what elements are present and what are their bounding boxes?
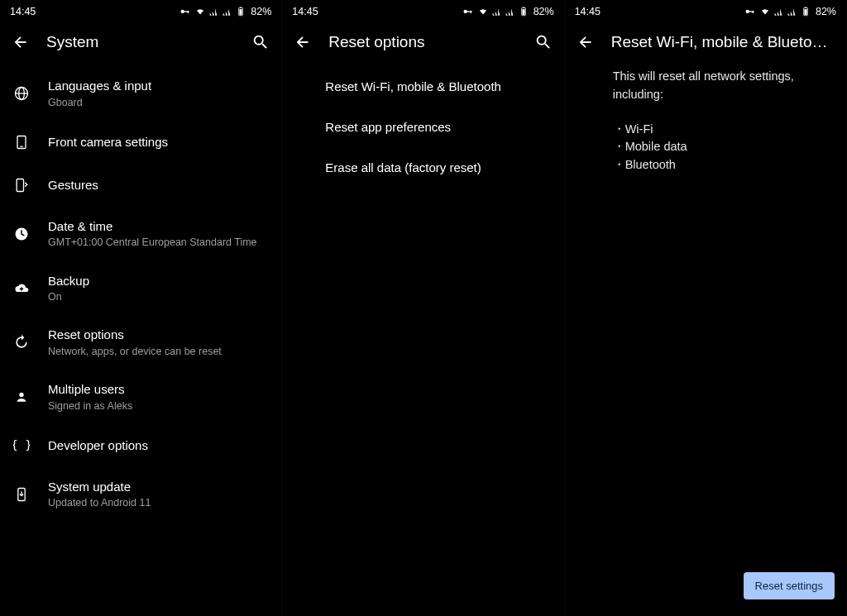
reset-option-reset-app-preferences[interactable]: Reset app preferences (282, 107, 563, 147)
clock-icon (12, 224, 31, 244)
battery-text: 82% (251, 6, 271, 17)
back-button[interactable] (12, 33, 30, 51)
signal-icon (505, 7, 515, 17)
row-title: Developer options (48, 437, 268, 454)
header: Reset Wi-Fi, mobile & Blueto… (565, 23, 846, 63)
pane-reset-network: 14:45 82% Reset Wi-Fi, mobile & Blueto… … (565, 0, 847, 616)
back-button[interactable] (577, 33, 595, 51)
row-subtitle: Gboard (48, 96, 268, 109)
settings-list: Languages & inputGboardFront camera sett… (0, 63, 281, 522)
row-title: Front camera settings (48, 134, 268, 150)
battery-icon (800, 6, 811, 17)
settings-row-gestures[interactable]: Gestures (0, 164, 281, 207)
signal-icon (787, 7, 797, 17)
status-icons: 82% (462, 5, 554, 18)
settings-row-date-time[interactable]: Date & timeGMT+01:00 Central European St… (0, 207, 281, 261)
vpn-key-icon (744, 5, 757, 18)
page-title: Reset options (328, 33, 517, 51)
intro-text: This will reset all network settings, in… (613, 68, 831, 104)
back-button[interactable] (294, 33, 312, 51)
pane-system: 14:45 82% System Languages & inputGboard… (0, 0, 282, 616)
wifi-icon (194, 6, 206, 17)
search-icon (251, 33, 270, 51)
page-title: System (46, 33, 235, 51)
row-title: Languages & input (48, 78, 268, 94)
row-title: System update (48, 479, 268, 495)
search-button[interactable] (534, 33, 553, 51)
battery-text: 82% (816, 6, 836, 17)
settings-row-front-camera-settings[interactable]: Front camera settings (0, 121, 281, 164)
settings-row-reset-options[interactable]: Reset optionsNetwork, apps, or device ca… (0, 315, 281, 370)
swipe-icon (12, 175, 31, 195)
status-time: 14:45 (292, 6, 318, 17)
search-icon (534, 33, 553, 51)
globe-icon (12, 84, 31, 103)
row-title: Multiple users (48, 381, 268, 398)
status-icons: 82% (744, 5, 836, 18)
page-title: Reset Wi-Fi, mobile & Blueto… (611, 33, 835, 51)
arrow-back-icon (577, 33, 595, 51)
person-icon (12, 387, 31, 407)
cloud-up-icon (12, 278, 31, 298)
status-bar: 14:45 82% (565, 0, 846, 23)
wifi-icon (759, 6, 771, 17)
battery-icon (518, 6, 529, 17)
status-icons: 82% (179, 5, 271, 18)
header: System (0, 23, 281, 63)
body-text: This will reset all network settings, in… (565, 63, 846, 174)
row-subtitle: On (48, 290, 268, 303)
restore-icon (12, 332, 31, 352)
search-button[interactable] (251, 33, 270, 51)
signal-icon (222, 7, 232, 17)
pane-reset-options: 14:45 82% Reset options Reset Wi-Fi, mob… (282, 0, 564, 616)
reset-options-list: Reset Wi-Fi, mobile & BluetoothReset app… (282, 63, 563, 188)
reset-option-reset-wi-fi-mobile-bluetooth[interactable]: Reset Wi-Fi, mobile & Bluetooth (282, 66, 563, 107)
status-time: 14:45 (10, 6, 36, 17)
settings-row-backup[interactable]: BackupOn (0, 261, 281, 316)
signal-icon (773, 7, 784, 17)
battery-icon (235, 6, 246, 17)
row-title: Backup (48, 273, 268, 289)
bullet-bluetooth: Bluetooth (613, 156, 831, 174)
signal-icon (491, 7, 502, 17)
vpn-key-icon (179, 5, 192, 18)
status-bar: 14:45 82% (0, 0, 281, 23)
row-title: Gestures (48, 177, 268, 193)
bullets: Wi-FiMobile dataBluetooth (613, 121, 831, 174)
battery-text: 82% (534, 6, 554, 17)
row-subtitle: Signed in as Aleks (48, 399, 268, 413)
settings-row-system-update[interactable]: System updateUpdated to Android 11 (0, 467, 281, 522)
status-bar: 14:45 82% (282, 0, 563, 23)
settings-row-languages-input[interactable]: Languages & inputGboard (0, 66, 281, 121)
reset-settings-button[interactable]: Reset settings (744, 572, 835, 599)
braces-icon (12, 436, 31, 456)
vpn-key-icon (462, 5, 475, 18)
reset-option-erase-all-data-factory-reset[interactable]: Erase all data (factory reset) (282, 147, 563, 188)
signal-icon (208, 7, 219, 17)
settings-row-multiple-users[interactable]: Multiple usersSigned in as Aleks (0, 370, 281, 424)
bullet-wi-fi: Wi-Fi (613, 121, 831, 139)
row-subtitle: Updated to Android 11 (48, 496, 268, 509)
wifi-icon (477, 6, 489, 17)
settings-row-developer-options[interactable]: Developer options (0, 424, 281, 467)
update-icon (12, 485, 31, 504)
bullet-mobile-data: Mobile data (613, 138, 831, 156)
tablet-icon (12, 132, 31, 152)
row-title: Date & time (48, 218, 268, 235)
row-title: Reset options (48, 327, 268, 343)
row-subtitle: Network, apps, or device can be reset (48, 345, 268, 358)
header: Reset options (282, 23, 563, 63)
arrow-back-icon (12, 33, 30, 51)
row-subtitle: GMT+01:00 Central European Standard Time (48, 236, 268, 249)
status-time: 14:45 (575, 6, 601, 17)
arrow-back-icon (294, 33, 312, 51)
